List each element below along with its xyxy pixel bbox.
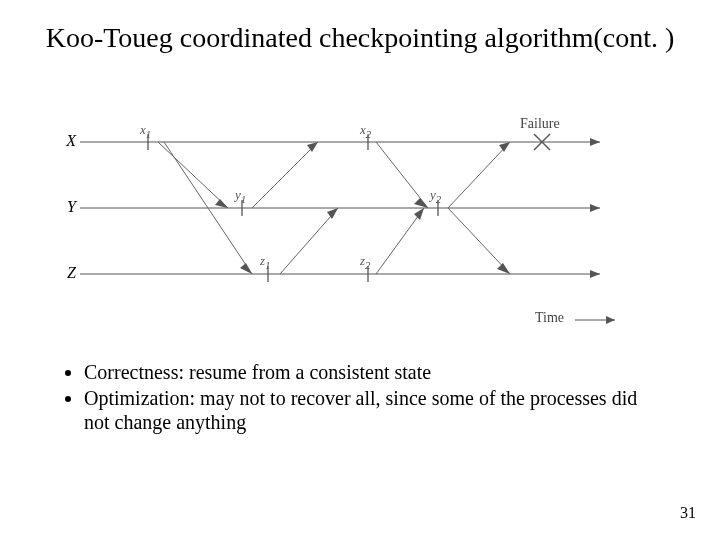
svg-line-18 [252, 142, 318, 208]
bullet-list: Correctness: resume from a consistent st… [60, 360, 660, 436]
svg-marker-21 [327, 208, 338, 219]
svg-line-20 [280, 208, 338, 274]
svg-marker-25 [499, 142, 510, 152]
svg-marker-3 [590, 138, 600, 146]
svg-marker-31 [606, 316, 615, 324]
svg-marker-27 [497, 263, 510, 274]
svg-line-22 [376, 142, 428, 208]
event-y1: y1 [235, 187, 246, 205]
event-x2: x2 [360, 122, 371, 140]
event-x1: x1 [140, 122, 151, 140]
svg-marker-17 [240, 263, 252, 274]
svg-marker-4 [590, 204, 600, 212]
diagram-svg [80, 120, 640, 340]
svg-marker-5 [590, 270, 600, 278]
svg-marker-15 [215, 199, 228, 208]
slide-title: Koo-Toueg coordinated checkpointing algo… [0, 0, 720, 54]
process-label-x: X [50, 132, 76, 150]
bullet-item: Correctness: resume from a consistent st… [84, 360, 660, 384]
event-y2: y2 [430, 187, 441, 205]
failure-label: Failure [520, 116, 560, 132]
time-label: Time [535, 310, 564, 326]
checkpoint-diagram: X Y Z x1 x2 y1 y2 z1 z2 Failure Time [80, 120, 640, 340]
process-label-y: Y [50, 198, 76, 216]
svg-marker-23 [414, 198, 428, 208]
svg-line-26 [448, 208, 510, 274]
bullet-item: Optimization: may not to recover all, si… [84, 386, 660, 434]
event-z1: z1 [260, 253, 270, 271]
slide: Koo-Toueg coordinated checkpointing algo… [0, 0, 720, 540]
process-label-z: Z [50, 264, 76, 282]
page-number: 31 [680, 504, 696, 522]
svg-marker-19 [307, 142, 318, 152]
svg-line-24 [448, 142, 510, 208]
svg-line-14 [158, 142, 228, 208]
svg-marker-29 [414, 208, 424, 220]
svg-line-28 [376, 208, 424, 274]
event-z2: z2 [360, 253, 370, 271]
